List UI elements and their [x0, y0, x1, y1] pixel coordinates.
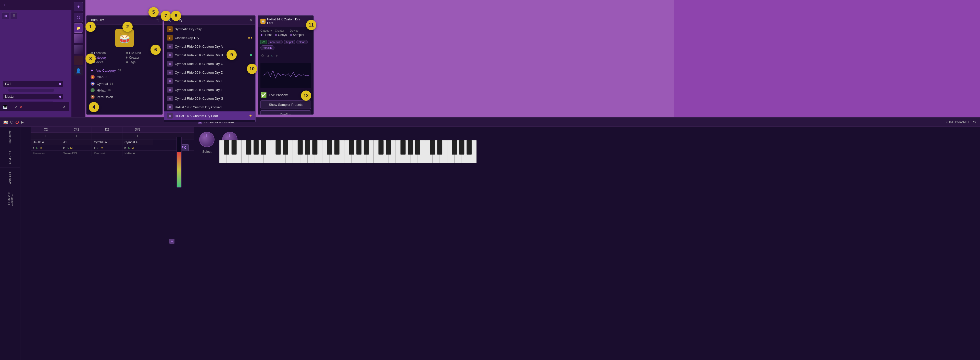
- add-icon: +: [3, 3, 5, 7]
- result-icon-4: ▦: [167, 52, 173, 58]
- s-btn-d2[interactable]: S: [97, 146, 99, 149]
- icon-toolbar: ✦ ⬡ 📁 👤: [72, 0, 86, 117]
- creator-value: Genys: [278, 33, 287, 37]
- browser-btn[interactable]: 📁: [74, 24, 83, 33]
- play-btn-ds2[interactable]: ▶: [124, 146, 127, 149]
- s-btn-cs2[interactable]: S: [67, 146, 68, 149]
- arrow-btn[interactable]: ↗: [14, 105, 18, 109]
- piano-roll-btn[interactable]: 🎹: [3, 105, 7, 109]
- result-cymbal-f[interactable]: ▦ Cymbal Ride 20 K Custom Dry F: [164, 86, 255, 94]
- detail-meta: Category ✱ Hi-hat Creator ✱ Genys Device…: [258, 27, 313, 39]
- effects-btn[interactable]: ✦: [74, 2, 83, 11]
- add-btn-ds2[interactable]: +: [123, 133, 153, 139]
- result-synthetic-dry-clap[interactable]: ▶ Synthetic Dry Clap: [164, 25, 255, 33]
- rating-circle-2[interactable]: ○: [271, 54, 274, 58]
- creator-asterisk: ✱: [126, 56, 128, 59]
- result-cymbal-d[interactable]: ▦ Cymbal Ride 20 K Custom Dry D: [164, 68, 255, 77]
- view-controls: ⊞ ☰: [0, 10, 72, 21]
- result-clap-808[interactable]: ♫ Clap Legend 808 Dry.wav ★: [164, 120, 255, 121]
- result-classic-clap-dry[interactable]: ▶ Classic Clap Dry ★●: [164, 33, 255, 42]
- result-cymbal-e[interactable]: ▦ Cymbal Ride 20 K Custom Dry E: [164, 77, 255, 86]
- result-cymbal-b[interactable]: ▦ Cymbal Ride 20 K Custom Dry B: [164, 51, 255, 59]
- track-thumb-3: [74, 56, 83, 65]
- close-track-btn[interactable]: ✕: [20, 105, 23, 109]
- select-knob[interactable]: [199, 132, 215, 147]
- browser-star-btn[interactable]: ☆: [156, 17, 159, 22]
- category-value: Hi-hat: [264, 33, 272, 37]
- add-btn-cs2[interactable]: +: [61, 133, 92, 139]
- master-label: Master: [5, 95, 14, 98]
- note-header-d2: D2: [92, 127, 123, 132]
- svg-rect-31: [327, 140, 332, 154]
- annotation-11: 11: [306, 20, 316, 30]
- play-btn-cs2[interactable]: ▶: [63, 146, 65, 149]
- expand-btn[interactable]: ∧: [63, 104, 66, 109]
- m-btn-d2[interactable]: M: [101, 146, 103, 149]
- bottom-section: 🥁 ⬡ ⏻ ▶ C2 C#2 D2 D#2 + + + + Hi-Hat A..…: [0, 117, 194, 360]
- confirm-btn[interactable]: Confirm: [261, 110, 311, 115]
- play-btn-d2[interactable]: ▶: [94, 146, 96, 149]
- cat-clap[interactable]: 👏 Clap 3: [91, 74, 158, 80]
- result-hihat-closed[interactable]: ▦ Hi-Hat 14 K Custom Dry Closed: [164, 103, 255, 111]
- cat-hihat[interactable]: 🎵 Hi-hat 26: [91, 87, 158, 94]
- svg-rect-21: [298, 140, 302, 154]
- piano-display: .wk { fill: #e8e8e8; stroke: #999; strok…: [220, 140, 678, 163]
- m-btn-ds2[interactable]: M: [131, 146, 134, 149]
- add-btn-c2[interactable]: +: [30, 133, 61, 139]
- fx1-label: FX 1: [5, 82, 11, 86]
- tag-acoustic: acoustic: [268, 40, 283, 44]
- track-name-rows: Hi-Hat A... A1 Cymbal A... Cymbal A...: [30, 140, 194, 145]
- search-close-btn[interactable]: ✕: [249, 17, 252, 22]
- drumpad-icon: 🥁: [3, 120, 8, 124]
- result-cymbal-c[interactable]: ▦ Cymbal Ride 20 K Custom Dry C: [164, 59, 255, 68]
- seq-btn-power[interactable]: ⏻: [15, 120, 19, 124]
- filter-creator[interactable]: ✱ Creator: [126, 56, 158, 59]
- svg-rect-57: [452, 140, 457, 154]
- s-btn-c2[interactable]: S: [36, 146, 38, 149]
- add-btn-d2[interactable]: +: [92, 133, 123, 139]
- result-icon-6: ▦: [167, 70, 173, 75]
- tags-label: Tags: [129, 60, 135, 64]
- rating-circle-1[interactable]: ○: [267, 54, 269, 58]
- annotation-10: 10: [247, 64, 257, 74]
- m-btn-c2[interactable]: M: [40, 146, 42, 149]
- show-sampler-presets-btn[interactable]: Show Sampler Presets: [261, 100, 311, 109]
- svg-rect-11: [261, 140, 266, 154]
- grid-btn[interactable]: ⊞: [10, 105, 13, 109]
- rating-star-btn[interactable]: ☆: [261, 53, 264, 59]
- result-cymbal-a[interactable]: ▦ Cymbal Ride 20 K Custom Dry A: [164, 42, 255, 51]
- result-cymbal-g[interactable]: ▦ Cymbal Ride 20 K Custom Dry G: [164, 94, 255, 103]
- track-name-ds2: Cymbal A...: [123, 140, 153, 145]
- detail-tags: 🏷 acoustic bright clean metallic: [258, 39, 313, 51]
- rating-add-btn[interactable]: +: [275, 54, 278, 58]
- track-thumb-2: [74, 45, 83, 54]
- result-icon-7: ▦: [167, 78, 173, 84]
- svg-rect-56: [437, 140, 442, 154]
- s-btn-ds2[interactable]: S: [128, 146, 130, 149]
- creator-label: Creator: [275, 29, 287, 32]
- creator-dot: ✱: [275, 34, 277, 36]
- cat-any[interactable]: ✱ Any Category 65: [91, 67, 158, 74]
- filter-location[interactable]: ✱ Location: [91, 51, 124, 55]
- cat-cymbal[interactable]: 🥁 Cymbal 35: [91, 80, 158, 87]
- result-icon-1: ▶: [167, 26, 173, 32]
- play-btn-c2[interactable]: ▶: [33, 146, 35, 149]
- result-hihat-foot[interactable]: ▦ Hi-Hat 14 K Custom Dry Foot ★: [164, 111, 255, 120]
- location-label: Location: [94, 51, 106, 55]
- tag-icon: 🏷: [261, 40, 267, 44]
- cat-any-count: 65: [118, 69, 121, 72]
- seq-btn-1[interactable]: ⬡: [10, 120, 13, 124]
- annotation-6: 6: [151, 44, 161, 55]
- cat-hihat-label: Hi-hat: [97, 89, 106, 92]
- seq-btn-play[interactable]: ▶: [21, 120, 24, 124]
- cat-perc[interactable]: 🥁 Percussion 1: [91, 94, 158, 100]
- list-view-btn[interactable]: ☰: [10, 12, 18, 19]
- fx1-slider[interactable]: [8, 89, 54, 92]
- instruments-btn[interactable]: ⬡: [74, 13, 83, 22]
- svg-rect-23: [312, 140, 317, 154]
- filter-tags[interactable]: ✱ Tags: [126, 60, 158, 64]
- grid-view-btn[interactable]: ⊞: [2, 12, 9, 19]
- filter-device[interactable]: ✱ Device: [91, 60, 124, 64]
- svg-rect-47: [415, 140, 420, 154]
- m-btn-cs2[interactable]: M: [70, 146, 72, 149]
